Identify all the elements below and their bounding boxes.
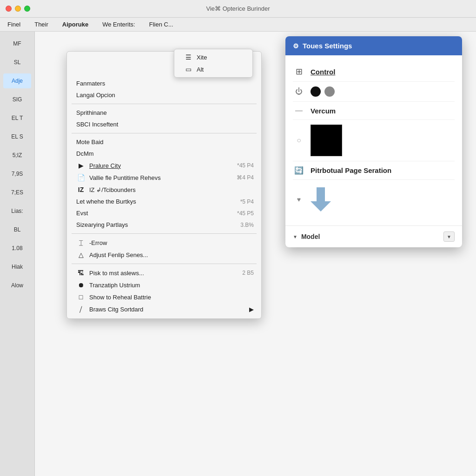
- settings-gear-icon: ⚙: [293, 42, 299, 50]
- menu-adjust-fenlip[interactable]: △ Adjust Fenlip Senes...: [67, 249, 261, 261]
- menubar: Finel Their Aiporuke We Enterits: Flien …: [0, 18, 476, 32]
- settings-row-arrow: ♥: [293, 180, 455, 219]
- settings-row-vercum: — Vercum: [293, 102, 455, 120]
- menu-section-1: Fanmaters Langal Opcion: [67, 77, 261, 102]
- list-icon: ☰: [184, 53, 193, 61]
- menu-tranzatiph[interactable]: ⏺ Tranzatiph Ustrium: [67, 279, 261, 291]
- sidebar: MF SL Adje SIG EL T EL S 5;IZ 7,9S 7;ES …: [0, 32, 35, 476]
- menu-mote-baid[interactable]: Mote Baid: [67, 136, 261, 148]
- menu-evst[interactable]: Evst *45 P5: [67, 207, 261, 219]
- download-arrow: [311, 187, 331, 212]
- menu-finel[interactable]: Finel: [5, 20, 23, 29]
- window-controls[interactable]: [6, 6, 30, 12]
- square-icon: ▭: [184, 66, 193, 73]
- menu-section-5: 🏗 Pisk to mst aslews... 2 B5 ⏺ Tranzatip…: [67, 266, 261, 317]
- menu-braws-citg[interactable]: ⧸ Braws Citg Sortdard ▶: [67, 303, 261, 316]
- divider-3: [72, 233, 257, 234]
- menu-section-2: Sprithinane SBCI Incseftent: [67, 106, 261, 131]
- settings-row-control: ⊞ Control: [293, 62, 455, 82]
- minimize-button[interactable]: [15, 6, 21, 12]
- sidebar-item-lias[interactable]: Lias:: [3, 204, 31, 218]
- menu-vallie[interactable]: 📄 Vallie fle Puntitime Rehevs ⌘4 P4: [67, 172, 261, 184]
- settings-title: Toues Settings: [303, 42, 352, 50]
- menu-section-4: ⌶ -Errow △ Adjust Fenlip Senes...: [67, 236, 261, 262]
- close-button[interactable]: [6, 6, 12, 12]
- color-gray[interactable]: [324, 86, 335, 97]
- sidebar-item-5iz[interactable]: 5;IZ: [3, 148, 31, 163]
- menu-iz-tcibounders[interactable]: IZ IZ ↲/Tcibounders: [67, 184, 261, 196]
- menu-langal-opcion[interactable]: Langal Opcion: [67, 89, 261, 101]
- power-icon: ⏻: [293, 87, 305, 96]
- context-menu: ☰ Xite ▭ Alt Fanmaters Langal Opcion: [66, 51, 262, 319]
- column-icon: ⌶: [76, 239, 86, 246]
- main-content: ☰ Xite ▭ Alt Fanmaters Langal Opcion: [35, 32, 476, 476]
- submenu-arrow-icon: ▶: [249, 306, 254, 313]
- settings-row-pitrbotual: 🔄 Pitrbotual Page Seration: [293, 161, 455, 180]
- sidebar-item-hiak[interactable]: Hiak: [3, 259, 31, 274]
- heart-icon: ♥: [293, 196, 305, 203]
- menu-their[interactable]: Their: [32, 20, 51, 29]
- window-title: Vie⌘ Opterice Burinder: [206, 5, 270, 12]
- menu-section-3: Mote Baid DcMm ▶ Pralure City *45 P4 📄 V…: [67, 135, 261, 231]
- square-sm-icon: □: [76, 293, 86, 301]
- settings-row-colors: ⏻: [293, 82, 455, 102]
- sidebar-item-sig[interactable]: SIG: [3, 92, 31, 107]
- sidebar-item-adje[interactable]: Adje: [3, 73, 31, 88]
- app-area: MF SL Adje SIG EL T EL S 5;IZ 7,9S 7;ES …: [0, 32, 476, 476]
- submenu-xite[interactable]: ☰ Xite: [174, 51, 252, 63]
- menu-aiporuke[interactable]: Aiporuke: [60, 20, 91, 29]
- circle-icon: ○: [293, 136, 305, 145]
- sidebar-item-sl[interactable]: SL: [3, 55, 31, 70]
- divider-4: [72, 264, 257, 264]
- triangle-icon: △: [76, 251, 86, 258]
- color-black[interactable]: [311, 86, 321, 97]
- maximize-button[interactable]: [24, 6, 30, 12]
- sidebar-item-79s[interactable]: 7,9S: [3, 166, 31, 181]
- control-label: Control: [311, 68, 455, 76]
- vercum-label: Vercum: [311, 107, 455, 115]
- titlebar: Vie⌘ Opterice Burinder: [0, 0, 476, 18]
- menu-sbci-incseftent[interactable]: SBCI Incseftent: [67, 119, 261, 130]
- color-selector[interactable]: [311, 86, 335, 97]
- settings-panel: ⚙ Toues Settings ⊞ Control ⏻: [285, 36, 462, 247]
- menu-flien[interactable]: Flien C...: [146, 20, 176, 29]
- submenu-top: ☰ Xite ▭ Alt: [174, 49, 253, 78]
- sidebar-item-elt[interactable]: EL T: [3, 111, 31, 126]
- color-preview[interactable]: [311, 125, 342, 156]
- server-icon: 🏗: [76, 269, 86, 277]
- menu-pralure-city[interactable]: ▶ Pralure City *45 P4: [67, 159, 261, 172]
- arrow-head: [311, 201, 331, 212]
- menu-sprithinane[interactable]: Sprithinane: [67, 107, 261, 119]
- footer-dropdown-btn[interactable]: ▼: [443, 231, 455, 242]
- menu-fanmaters[interactable]: Fanmaters: [67, 78, 261, 89]
- footer-dropdown[interactable]: ▼: [443, 231, 455, 242]
- menu-let-whehe[interactable]: Let whehe the Burtkys *5 P4: [67, 196, 261, 207]
- menu-pisk[interactable]: 🏗 Pisk to mst aslews... 2 B5: [67, 267, 261, 279]
- footer-chevron-icon: ▼: [293, 234, 298, 239]
- sidebar-item-els[interactable]: EL S: [3, 129, 31, 144]
- sidebar-item-mf[interactable]: MF: [3, 36, 31, 51]
- sidebar-item-bl[interactable]: BL: [3, 222, 31, 237]
- settings-header: ⚙ Toues Settings: [285, 36, 462, 55]
- pitrbotual-label: Pitrbotual Page Seration: [311, 166, 455, 174]
- menu-sizearying[interactable]: Sizearying Partlays 3.B%: [67, 219, 261, 231]
- submenu-alt[interactable]: ▭ Alt: [174, 63, 252, 75]
- menu-show-reheal[interactable]: □ Show to Reheal Battrie: [67, 291, 261, 303]
- menu-dcmm[interactable]: DcMm: [67, 148, 261, 159]
- footer-model-label: Model: [301, 233, 320, 240]
- sidebar-item-alow[interactable]: Alow: [3, 278, 31, 293]
- doc-icon: 📄: [76, 174, 86, 181]
- menu-errow[interactable]: ⌶ -Errow: [67, 237, 261, 249]
- menu-we-enterits[interactable]: We Enterits:: [99, 20, 138, 29]
- sidebar-item-108[interactable]: 1.08: [3, 241, 31, 256]
- sidebar-item-7es[interactable]: 7;ES: [3, 185, 31, 200]
- circle-rec-icon: ⏺: [76, 281, 86, 289]
- settings-body: ⊞ Control ⏻ — Vercum: [285, 55, 462, 225]
- arrow-icon: ▶: [76, 162, 86, 169]
- divider-1: [72, 104, 257, 104]
- settings-footer: ▼ Model ▼: [285, 225, 462, 247]
- iz-icon: IZ: [76, 186, 86, 193]
- divider-2: [72, 133, 257, 133]
- hashtag-icon: ⊞: [293, 66, 305, 77]
- settings-row-square: ○: [293, 120, 455, 161]
